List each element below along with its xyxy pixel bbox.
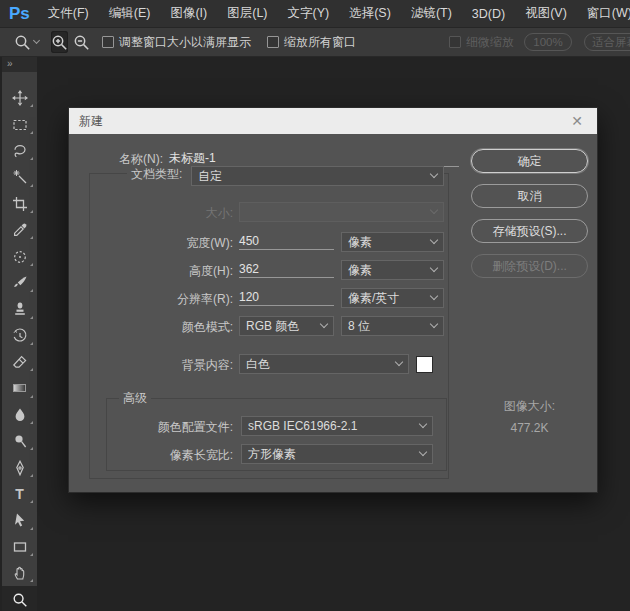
menu-item[interactable]: 图层(L) [217,5,277,22]
menubar: Ps 文件(F)编辑(E)图像(I)图层(L)文字(Y)选择(S)滤镜(T)3D… [0,0,630,28]
dodge-tool[interactable] [2,428,37,454]
fit-screen-label: 适合屏幕 [592,35,630,50]
zoom-tool[interactable] [2,586,37,611]
close-icon[interactable]: ✕ [567,112,587,130]
doc-type-label: 文档类型: [127,166,193,183]
zoom-out-button[interactable] [73,31,90,53]
history-brush-tool-icon [12,328,28,344]
eyedropper-tool[interactable] [2,217,37,243]
size-select [239,202,444,222]
rectangle-tool-icon [12,539,28,555]
chevron-down-icon [430,236,438,244]
hand-tool[interactable] [2,560,37,586]
delete-preset-button: 删除预设(D)... [471,254,588,278]
size-label: 大小: [89,205,233,222]
marquee-tool[interactable] [2,111,37,137]
history-brush-tool[interactable] [2,323,37,349]
pen-tool[interactable] [2,454,37,480]
zoom-all-windows-checkbox[interactable]: 缩放所有窗口 [267,34,356,51]
toolbar-collapse-button[interactable]: » [2,57,37,72]
pixel-aspect-select[interactable]: 方形像素 [241,444,433,464]
menu-item[interactable]: 文字(Y) [278,5,340,22]
healing-brush-tool[interactable] [2,243,37,269]
chevron-down-icon [33,37,40,44]
blur-tool[interactable] [2,402,37,428]
chevron-down-icon [419,448,427,456]
background-value: 白色 [246,356,396,373]
checkbox-icon [102,36,114,48]
brush-tool[interactable] [2,270,37,296]
zoom-in-button[interactable] [51,31,68,53]
dialog-titlebar[interactable]: 新建 ✕ [69,108,597,134]
fit-screen-button: 适合屏幕 [584,33,630,51]
name-input[interactable]: 未标题-1 [169,150,459,167]
eraser-tool[interactable] [2,349,37,375]
pen-tool-icon [12,460,28,476]
menu-item[interactable]: 3D(D) [462,7,515,21]
rectangle-tool[interactable] [2,534,37,560]
tool-preset-picker[interactable] [14,34,39,51]
menu-item[interactable]: 编辑(E) [99,5,161,22]
cancel-button[interactable]: 取消 [471,184,588,208]
color-profile-value: sRGB IEC61966-2.1 [248,419,420,433]
width-unit-value: 像素 [348,234,431,251]
type-tool[interactable]: T [2,481,37,507]
resolution-unit-value: 像素/英寸 [348,290,431,307]
path-selection-tool[interactable] [2,507,37,533]
height-unit-value: 像素 [348,262,431,279]
checkbox-icon [449,36,461,48]
gradient-tool[interactable] [2,375,37,401]
clone-stamp-tool-icon [12,301,28,317]
width-unit-select[interactable]: 像素 [341,232,444,252]
pixel-aspect-label: 像素长宽比: [89,447,233,464]
actual-pixels-label: 100% [533,36,562,48]
resolution-unit-select[interactable]: 像素/英寸 [341,288,444,308]
brush-tool-icon [12,275,28,291]
toolbar: » T [2,57,37,611]
healing-brush-tool-icon [12,249,28,265]
crop-tool[interactable] [2,191,37,217]
background-select[interactable]: 白色 [239,354,409,374]
dialog-title: 新建 [79,113,103,130]
save-preset-button[interactable]: 存储预设(S)... [471,219,588,243]
options-bar: 调整窗口大小以满屏显示 缩放所有窗口 细微缩放 100% 适合屏幕 [0,28,630,57]
color-mode-label: 颜色模式: [89,319,233,336]
magic-wand-tool-icon [12,169,28,185]
actual-pixels-button: 100% [524,33,572,51]
clone-stamp-tool[interactable] [2,296,37,322]
chevron-down-icon [320,320,328,328]
background-color-swatch[interactable] [416,356,433,373]
resize-windows-checkbox[interactable]: 调整窗口大小以满屏显示 [102,34,251,51]
zoom-all-windows-label: 缩放所有窗口 [284,34,356,51]
menu-item[interactable]: 图像(I) [160,5,217,22]
eyedropper-tool-icon [12,222,28,238]
color-profile-select[interactable]: sRGB IEC61966-2.1 [241,416,433,436]
menu-item[interactable]: 滤镜(T) [401,5,462,22]
ok-button[interactable]: 确定 [471,149,588,173]
doc-type-select[interactable]: 自定 [191,166,444,186]
bit-depth-select[interactable]: 8 位 [341,316,444,336]
menu-item[interactable]: 视图(V) [515,5,577,22]
menu-item[interactable]: 窗口(W) [577,5,630,22]
color-mode-select[interactable]: RGB 颜色 [239,316,334,336]
chevron-down-icon [430,320,438,328]
move-tool[interactable] [2,85,37,111]
height-unit-select[interactable]: 像素 [341,260,444,280]
menu-item[interactable]: 选择(S) [339,5,401,22]
menu-item[interactable]: 文件(F) [38,5,99,22]
new-document-dialog: 新建 ✕ 名称(N): 未标题-1 文档类型: 自定 大小: 宽度(W): 45… [68,107,598,493]
scrubby-zoom-checkbox: 细微缩放 [449,34,514,51]
dodge-tool-icon [12,433,28,449]
height-input[interactable]: 362 [239,261,334,278]
width-input[interactable]: 450 [239,233,334,250]
chevron-down-icon [430,206,438,214]
image-size-label: 图像大小: [471,396,588,416]
chevron-down-icon [419,420,427,428]
lasso-tool[interactable] [2,138,37,164]
pixel-aspect-value: 方形像素 [248,446,420,463]
magic-wand-tool[interactable] [2,164,37,190]
gradient-tool-icon [13,384,26,392]
resolution-input[interactable]: 120 [239,289,334,306]
lasso-tool-icon [12,143,28,159]
move-tool-icon [12,90,28,106]
